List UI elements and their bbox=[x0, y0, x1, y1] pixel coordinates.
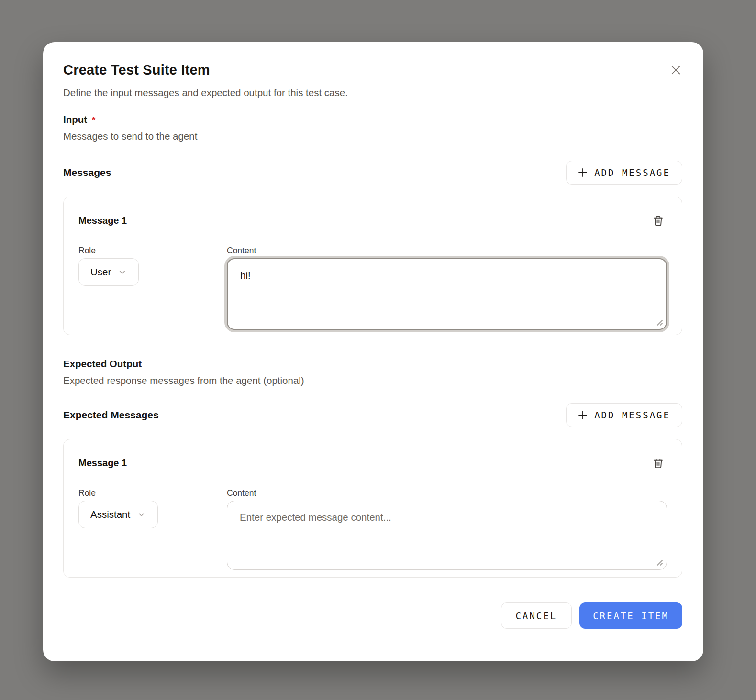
create-test-suite-item-dialog: Create Test Suite Item Define the input … bbox=[43, 42, 703, 661]
role-select[interactable]: User bbox=[78, 258, 139, 286]
plus-icon bbox=[577, 409, 589, 421]
add-message-label: ADD MESSAGE bbox=[594, 410, 670, 420]
plus-icon bbox=[577, 167, 589, 178]
role-field: Role User bbox=[78, 245, 215, 330]
expected-output-description: Expected response messages from the agen… bbox=[63, 374, 682, 387]
expected-content-textarea[interactable] bbox=[227, 501, 667, 570]
expected-role-select[interactable]: Assistant bbox=[78, 501, 158, 528]
expected-messages-label: Expected Messages bbox=[63, 409, 159, 421]
message-card-header: Message 1 bbox=[78, 211, 667, 230]
role-select-value: User bbox=[90, 266, 111, 278]
content-label: Content bbox=[227, 246, 256, 255]
messages-label: Messages bbox=[63, 167, 111, 178]
dialog-footer: CANCEL CREATE ITEM bbox=[63, 602, 682, 629]
expected-output-header: Expected Output bbox=[63, 358, 682, 370]
content-textarea-wrap bbox=[227, 501, 667, 570]
expected-messages-header-row: Expected Messages ADD MESSAGE bbox=[63, 403, 682, 427]
add-expected-message-button[interactable]: ADD MESSAGE bbox=[566, 403, 682, 427]
content-field: Content hi! bbox=[227, 245, 667, 330]
delete-input-message-button[interactable] bbox=[649, 211, 667, 230]
role-select-value: Assistant bbox=[90, 509, 130, 520]
add-input-message-button[interactable]: ADD MESSAGE bbox=[566, 161, 682, 185]
input-message-card: Message 1 Role User Content bbox=[63, 197, 682, 335]
role-label: Role bbox=[78, 487, 96, 499]
close-button[interactable] bbox=[665, 59, 686, 80]
message-fields: Role Assistant Content bbox=[78, 487, 667, 570]
create-item-button[interactable]: CREATE ITEM bbox=[579, 602, 682, 629]
message-fields: Role User Content hi! bbox=[78, 245, 667, 330]
content-textarea-wrap: hi! bbox=[227, 258, 667, 330]
chevron-down-icon bbox=[137, 510, 146, 519]
input-label: Input bbox=[63, 114, 87, 125]
messages-header-row: Messages ADD MESSAGE bbox=[63, 161, 682, 185]
close-icon bbox=[669, 64, 682, 77]
required-asterisk: * bbox=[92, 115, 95, 125]
expected-message-card: Message 1 Role Assistant Content bbox=[63, 439, 682, 578]
add-message-label: ADD MESSAGE bbox=[594, 167, 670, 178]
cancel-button[interactable]: CANCEL bbox=[501, 602, 572, 629]
role-label: Role bbox=[78, 245, 96, 256]
dialog-subtitle: Define the input messages and expected o… bbox=[63, 86, 682, 99]
trash-icon bbox=[653, 458, 664, 469]
delete-expected-message-button[interactable] bbox=[649, 454, 667, 472]
chevron-down-icon bbox=[118, 268, 127, 277]
message-title: Message 1 bbox=[78, 215, 127, 226]
content-field: Content bbox=[227, 487, 667, 570]
expected-output-label: Expected Output bbox=[63, 358, 142, 370]
role-field: Role Assistant bbox=[78, 487, 215, 570]
message-title: Message 1 bbox=[78, 458, 127, 469]
message-card-header: Message 1 bbox=[78, 454, 667, 472]
content-label: Content bbox=[227, 488, 256, 498]
trash-icon bbox=[653, 215, 664, 226]
input-section-header: Input * bbox=[63, 114, 682, 125]
input-content-textarea[interactable]: hi! bbox=[227, 258, 667, 330]
input-section-description: Messages to send to the agent bbox=[63, 130, 682, 143]
page-title: Create Test Suite Item bbox=[63, 62, 682, 78]
